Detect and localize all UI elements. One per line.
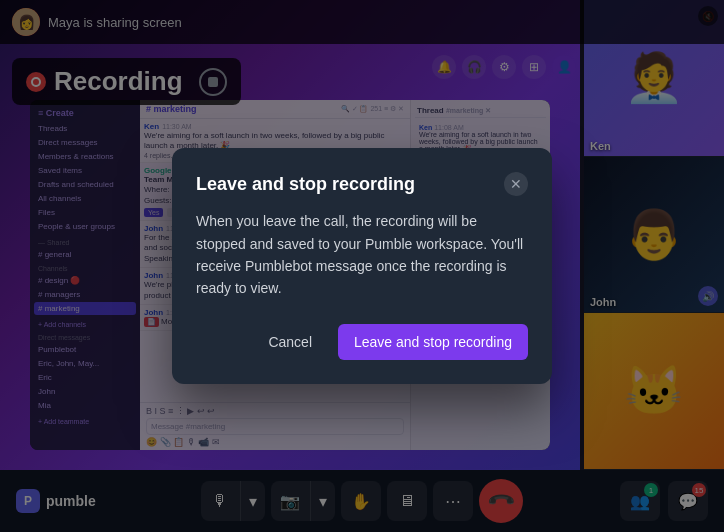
modal-close-button[interactable]: ✕ <box>504 172 528 196</box>
leave-stop-recording-button[interactable]: Leave and stop recording <box>338 324 528 360</box>
leave-recording-dialog: Leave and stop recording ✕ When you leav… <box>172 148 552 384</box>
modal-header: Leave and stop recording ✕ <box>196 172 528 196</box>
modal-title: Leave and stop recording <box>196 174 415 195</box>
cancel-button[interactable]: Cancel <box>252 324 328 360</box>
modal-footer: Cancel Leave and stop recording <box>196 324 528 360</box>
modal-overlay: Leave and stop recording ✕ When you leav… <box>0 0 724 532</box>
modal-body: When you leave the call, the recording w… <box>196 210 528 300</box>
